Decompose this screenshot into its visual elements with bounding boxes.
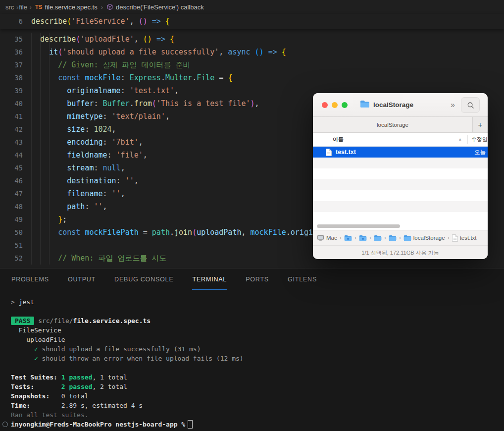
line-number: 35 [0, 33, 23, 46]
empty-list-row [313, 201, 488, 212]
terminal-line: ✓ should throw an error when file upload… [11, 354, 504, 363]
code-line[interactable]: 37 // Given: 실제 파일 데이터를 준비 [0, 58, 504, 71]
path-item[interactable] [359, 235, 367, 241]
line-number: 38 [0, 71, 23, 84]
terminal-line: FileService [11, 325, 504, 335]
line-number: 48 [0, 200, 23, 213]
breadcrumb-segment[interactable]: src [5, 3, 14, 11]
terminal-line: > jest [11, 297, 504, 307]
path-item[interactable] [389, 235, 397, 241]
path-separator: › [354, 234, 356, 241]
folder-icon [374, 235, 382, 241]
column-divider[interactable] [467, 135, 468, 144]
code-text: // Given: 실제 파일 데이터를 준비 [23, 58, 191, 71]
folder-home-icon [344, 235, 352, 241]
finder-window-title: localStorage [373, 101, 413, 108]
mac-icon [317, 235, 324, 241]
code-line[interactable]: 38 const mockFile: Express.Multer.File =… [0, 71, 504, 84]
file-icon [452, 234, 458, 242]
code-text: const mockFile: Express.Multer.File = { [23, 71, 232, 84]
folder-icon [403, 235, 411, 241]
close-button[interactable] [322, 102, 328, 108]
terminal-line [11, 307, 504, 316]
terminal-cursor [188, 420, 193, 429]
line-number: 42 [0, 123, 23, 136]
panel-tab-output[interactable]: OUTPUT [67, 269, 96, 290]
folder-icon [360, 100, 370, 110]
sticky-scroll-line[interactable]: 6 describe('FileService', () => { [0, 14, 504, 29]
column-header-name[interactable]: 이름 [333, 136, 344, 143]
code-text: mimetype: 'text/plain', [23, 110, 170, 123]
finder-tab-bar: localStorage + [313, 117, 488, 133]
code-line[interactable]: 36 it('should upload a file successfully… [0, 46, 504, 58]
sort-ascending-icon[interactable]: ∧ [458, 137, 462, 142]
path-item-label: test.txt [460, 235, 477, 241]
new-tab-button[interactable]: + [472, 117, 488, 132]
path-item[interactable] [374, 235, 382, 241]
path-item[interactable]: test.txt [452, 234, 477, 242]
line-number: 51 [0, 239, 23, 252]
path-item[interactable]: Mac [317, 235, 337, 241]
search-button[interactable] [461, 97, 480, 113]
terminal-line: Tests: 2 passed, 2 total [11, 382, 504, 391]
finder-window[interactable]: localStorage » localStorage + 이름 ∧ 수정일 t… [313, 93, 488, 259]
panel-tab-ports[interactable]: PORTS [245, 269, 269, 290]
terminal-line: Test Suites: 1 passed, 1 total [11, 373, 504, 382]
breadcrumb-separator: › [27, 3, 32, 11]
empty-list-row [313, 212, 488, 223]
code-text: stream: null, [23, 162, 125, 174]
minimize-button[interactable] [332, 102, 338, 108]
scrollbar-thumb[interactable] [317, 224, 400, 228]
code-line[interactable]: 35 describe('uploadFile', () => { [0, 33, 504, 46]
code-text: fieldname: 'file', [23, 149, 148, 162]
code-text: path: '', [23, 200, 107, 213]
terminal-line [11, 363, 504, 373]
line-number: 47 [0, 187, 23, 200]
empty-list-row [313, 179, 488, 190]
code-text: // When: 파일 업로드를 시도 [23, 252, 167, 265]
line-number: 49 [0, 213, 23, 226]
path-item[interactable] [344, 235, 352, 241]
breadcrumb-segment[interactable]: file [19, 3, 27, 11]
breadcrumb-file[interactable]: TS file.service.spec.ts [35, 3, 98, 11]
code-text: buffer: Buffer.from('This is a test file… [23, 97, 259, 110]
horizontal-scrollbar[interactable] [313, 223, 488, 230]
terminal-line: Snapshots: 0 total [11, 391, 504, 401]
finder-tab[interactable]: localStorage [313, 117, 472, 132]
file-row[interactable]: test.txt오늘 [313, 147, 488, 158]
code-text: it('should upload a file successfully', … [23, 46, 286, 58]
file-modified-date: 오늘 [474, 149, 486, 156]
file-icon [326, 149, 332, 156]
line-number: 37 [0, 58, 23, 71]
column-header-modified[interactable]: 수정일 [471, 136, 488, 143]
breadcrumb-symbol[interactable]: describe('FileService') callback [106, 3, 204, 11]
terminal-line: ✓ should upload a file successfully (31 … [11, 344, 504, 354]
breadcrumb-separator: › [101, 3, 103, 11]
panel-tab-problems[interactable]: PROBLEMS [11, 269, 50, 290]
terminal-line: uploadFile [11, 335, 504, 344]
terminal-line: Ran all test suites. [11, 410, 504, 420]
code-text: size: 1024, [23, 123, 116, 136]
empty-list-row [313, 190, 488, 201]
panel-tab-gitlens[interactable]: GITLENS [287, 269, 317, 290]
panel-tab-terminal[interactable]: TERMINAL [192, 269, 228, 290]
zoom-button[interactable] [342, 102, 348, 108]
code-line-partial: 34 [0, 29, 504, 33]
finder-titlebar[interactable]: localStorage » [313, 93, 488, 117]
typescript-file-icon: TS [35, 4, 43, 10]
line-number: 44 [0, 149, 23, 162]
terminal[interactable]: > jest PASS src/file/file.service.spec.t… [0, 290, 504, 429]
line-number: 43 [0, 136, 23, 149]
toolbar-overflow-icon[interactable]: » [451, 101, 455, 109]
line-number: 36 [0, 46, 23, 58]
line-number: 45 [0, 162, 23, 174]
path-separator: › [448, 234, 450, 241]
panel-tab-debug-console[interactable]: DEBUG CONSOLE [114, 269, 174, 290]
terminal-prompt-line[interactable]: inyongkim@Freds-MacBookPro nestjs-board-… [11, 420, 504, 429]
code-text: describe('uploadFile', () => { [23, 33, 174, 46]
path-item[interactable]: localStorage [403, 235, 445, 241]
symbol-cube-icon [106, 3, 113, 10]
command-decoration-icon [2, 422, 8, 427]
path-separator: › [340, 234, 342, 241]
finder-status-text: 1/1 선택됨, 172.11GB 사용 가능 [361, 249, 439, 257]
